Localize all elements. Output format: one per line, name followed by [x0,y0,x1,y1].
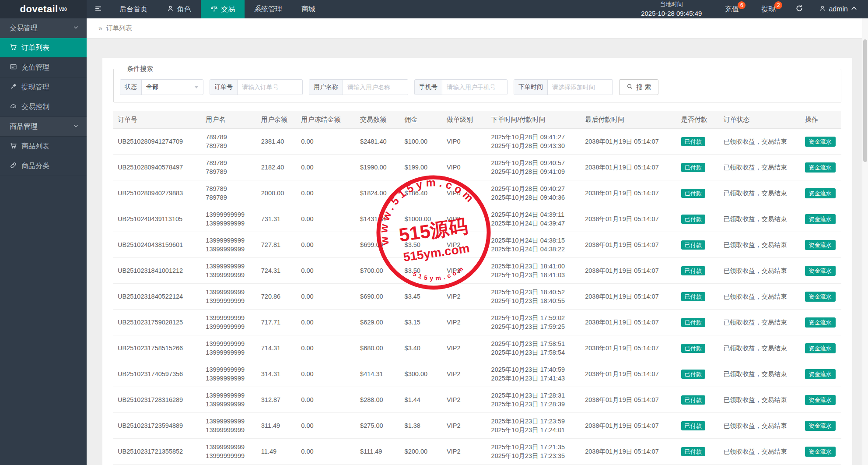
table-row: UB2510240439113105 139999999991399999999… [113,206,841,232]
fund-flow-button[interactable]: 资金流水 [805,266,836,276]
nav-tab-system[interactable]: 系统管理 [245,0,292,18]
order-status-cell: 已领取收益，交易结束 [719,180,800,206]
username-cell: 1399999999913999999999 [201,258,256,284]
column-header: 是否付款 [677,111,719,129]
username-cell: 789789789789 [201,155,256,180]
sidebar-item-withdraw-mgmt[interactable]: 提现管理 [0,78,87,97]
sidebar-group-trade[interactable]: 交易管理 [0,18,87,38]
username-input[interactable] [343,80,408,95]
order-status-cell: 已领取收益，交易结束 [719,232,800,258]
fund-flow-button[interactable]: 资金流水 [805,421,836,431]
sidebar-group-goods[interactable]: 商品管理 [0,117,87,137]
search-button[interactable]: 搜 索 [619,79,658,95]
sidebar-item-recharge-mgmt[interactable]: 充值管理 [0,58,87,78]
admin-menu[interactable]: admin [812,0,868,18]
table-row: UB2510231740597356 139999999991399999999… [113,361,841,387]
balance-cell: 311.49 [257,413,297,439]
order-time-cell: 2025年10月23日 18:40:522025年10月23日 18:40:55 [487,284,581,310]
commission-cell: $3.50 [400,232,443,258]
order-id-cell: UB2510240438159601 [113,232,201,258]
commission-cell: $3.15 [400,310,443,335]
order-id-cell: UB2510231721355852 [113,439,201,465]
balance-cell: 2182.40 [257,155,297,180]
fund-flow-button[interactable]: 资金流水 [805,240,836,250]
column-header: 下单时间/付款时间 [487,111,581,129]
balance-cell: 727.81 [257,232,297,258]
balance-cell: 312.87 [257,387,297,413]
commission-cell: $186.40 [400,180,443,206]
nav-tab-label: 系统管理 [254,5,282,14]
withdraw-button[interactable]: 提现 2 [750,0,787,18]
balance-cell: 2381.40 [257,129,297,155]
fund-flow-button[interactable]: 资金流水 [805,447,836,457]
order-time-cell: 2025年10月28日 09:40:272025年10月28日 09:40:36 [487,180,581,206]
refresh-button[interactable] [787,0,812,18]
username-cell: 789789789789 [201,129,256,155]
order-status-cell: 已领取收益，交易结束 [719,310,800,335]
vertical-scrollbar[interactable] [862,18,868,465]
fund-flow-button[interactable]: 资金流水 [805,369,836,379]
order-time-cell: 2025年10月23日 17:40:592025年10月23日 17:41:43 [487,361,581,387]
nav-tab-trade[interactable]: 交易 [201,0,245,18]
sidebar-item-goods-list[interactable]: 商品列表 [0,137,87,156]
fund-flow-button[interactable]: 资金流水 [805,214,836,224]
fund-flow-button[interactable]: 资金流水 [805,162,836,173]
vip-level-cell: VIP2 [442,413,487,439]
action-cell: 资金流水 [801,258,841,284]
table-row: UB2510231759028125 139999999991399999999… [113,310,841,335]
recharge-button[interactable]: 充值 6 [713,0,750,18]
vip-level-cell: VIP2 [442,439,487,465]
breadcrumb: » 订单列表 [87,18,868,39]
status-select[interactable]: 全部 [142,80,203,95]
nav-tab-dashboard[interactable]: 后台首页 [110,0,157,18]
paid-cell: 已付款 [677,180,719,206]
paid-badge: 已付款 [681,292,705,301]
table-row: UB2510231728316289 139999999991399999999… [113,387,841,413]
frozen-cell: 0.00 [297,129,356,155]
order-time-cell: 2025年10月23日 17:23:592025年10月23日 17:24:01 [487,413,581,439]
paid-cell: 已付款 [677,258,719,284]
order-status-cell: 已领取收益，交易结束 [719,258,800,284]
cart-icon [10,142,17,151]
sidebar-item-trade-control[interactable]: 交易控制 [0,97,87,117]
sidebar-item-order-list[interactable]: 订单列表 [0,38,87,58]
order-id-cell: UB2510231758515266 [113,335,201,361]
paid-cell: 已付款 [677,439,719,465]
paid-cell: 已付款 [677,387,719,413]
fund-flow-button[interactable]: 资金流水 [805,137,836,147]
person-icon [819,5,826,14]
fund-flow-button[interactable]: 资金流水 [805,343,836,353]
vip-level-cell: VIP2 [442,310,487,335]
last-pay-time-cell: 2038年01月19日 05:14:07 [581,387,677,413]
username-cell: 1399999999913999999999 [201,413,256,439]
table-row: UB2510231721355852 139999999991399999999… [113,439,841,465]
frozen-cell: 0.00 [297,361,356,387]
breadcrumb-prefix: » [98,25,102,32]
sidebar-toggle-button[interactable] [87,0,110,18]
status-label: 状态 [120,80,142,95]
order-no-input[interactable] [238,80,302,95]
fund-flow-button[interactable]: 资金流水 [805,292,836,302]
fund-flow-button[interactable]: 资金流水 [805,317,836,328]
order-time-filter: 下单时间 [514,79,613,95]
last-pay-time-cell: 2038年01月19日 05:14:07 [581,439,677,465]
fund-flow-button[interactable]: 资金流水 [805,188,836,198]
phone-input[interactable] [442,80,507,95]
column-header: 用户名 [201,111,256,129]
frozen-cell: 0.00 [297,284,356,310]
balance-cell: 11.49 [257,439,297,465]
table-row: UB2510280940578497 789789789789 2182.40 … [113,155,841,180]
nav-tab-roles[interactable]: 角色 [157,0,201,18]
order-time-input[interactable] [548,80,612,95]
frozen-cell: 0.00 [297,335,356,361]
fund-flow-button[interactable]: 资金流水 [805,395,836,405]
last-pay-time-cell: 2038年01月19日 05:14:07 [581,155,677,180]
balance-cell: 724.31 [257,258,297,284]
nav-tab-mall[interactable]: 商城 [292,0,325,18]
paid-cell: 已付款 [677,284,719,310]
sidebar-item-goods-category[interactable]: 商品分类 [0,156,87,176]
table-row: UB2510280940279883 789789789789 2000.00 … [113,180,841,206]
paid-cell: 已付款 [677,232,719,258]
scrollbar-thumb[interactable] [863,39,867,162]
local-time-value: 2025-10-28 09:45:49 [641,9,702,18]
